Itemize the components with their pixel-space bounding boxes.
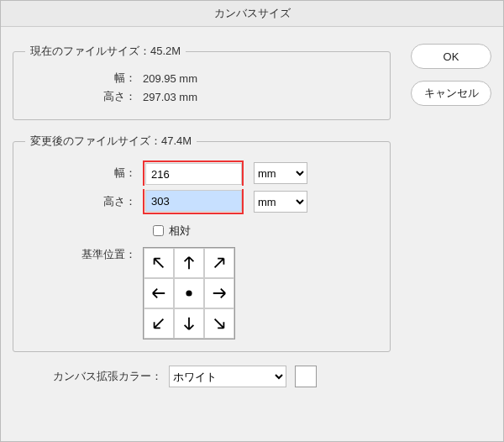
anchor-bottom-right[interactable] (204, 308, 234, 339)
current-size-legend: 現在のファイルサイズ：45.2M (25, 44, 186, 59)
extension-row: カンバス拡張カラー： ホワイト (13, 366, 491, 387)
dialog-title: カンバスサイズ (1, 1, 503, 27)
current-width-label: 幅： (25, 71, 143, 86)
ok-button[interactable]: OK (411, 44, 491, 69)
anchor-top[interactable] (174, 248, 204, 278)
cancel-button[interactable]: キャンセル (411, 81, 491, 106)
height-input[interactable] (145, 190, 242, 212)
current-height-value: 297.03 mm (143, 91, 197, 103)
relative-label: 相対 (169, 224, 191, 239)
anchor-bottom[interactable] (174, 308, 204, 339)
anchor-label: 基準位置： (25, 247, 143, 262)
anchor-center[interactable] (174, 278, 204, 308)
anchor-top-right[interactable] (204, 248, 234, 278)
extension-color-select[interactable]: ホワイト (169, 366, 286, 387)
current-height-label: 高さ： (25, 89, 143, 104)
anchor-right[interactable] (204, 278, 234, 308)
current-width-value: 209.95 mm (143, 72, 197, 85)
new-width-label: 幅： (25, 166, 143, 181)
anchor-grid (143, 247, 235, 339)
new-size-group: 変更後のファイルサイズ：47.4M 幅： mm 高さ： mm (13, 134, 391, 352)
current-size-group: 現在のファイルサイズ：45.2M 幅： 209.95 mm 高さ： 297.03… (13, 44, 391, 120)
extension-label: カンバス拡張カラー： (13, 369, 169, 384)
width-unit-select[interactable]: mm (254, 162, 307, 184)
new-height-label: 高さ： (25, 194, 143, 209)
width-input[interactable] (145, 163, 242, 185)
relative-checkbox[interactable] (153, 225, 164, 236)
new-size-legend: 変更後のファイルサイズ：47.4M (25, 134, 197, 149)
dialog-buttons: OK キャンセル (411, 44, 491, 106)
height-unit-select[interactable]: mm (254, 191, 307, 213)
svg-point-0 (186, 290, 192, 296)
anchor-bottom-left[interactable] (144, 308, 174, 339)
extension-color-swatch[interactable] (295, 366, 317, 387)
dialog-content: OK キャンセル 現在のファイルサイズ：45.2M 幅： 209.95 mm 高… (1, 27, 503, 396)
anchor-left[interactable] (144, 278, 174, 308)
canvas-size-dialog: カンバスサイズ OK キャンセル 現在のファイルサイズ：45.2M 幅： 209… (0, 0, 504, 442)
anchor-top-left[interactable] (144, 248, 174, 278)
